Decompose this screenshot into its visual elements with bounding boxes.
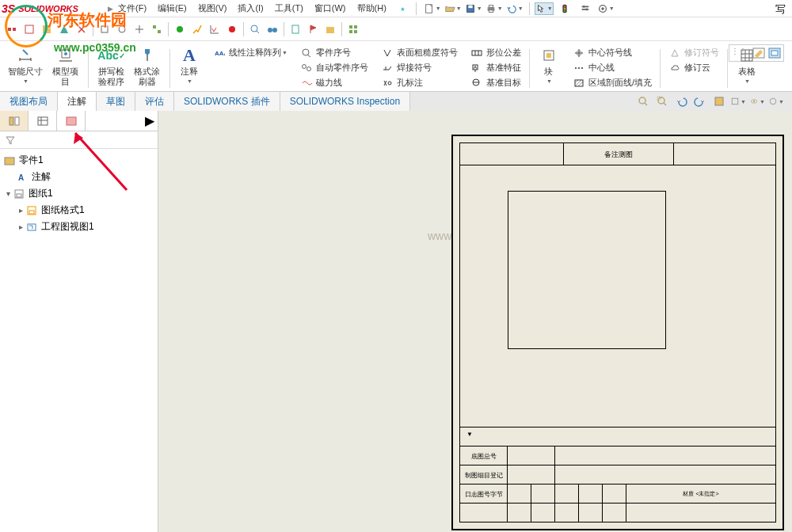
color-icon[interactable]: ▼ bbox=[768, 94, 784, 108]
feature-tree: 零件1 A 注解 ▾ 图纸1 ▸ 图纸格式1 ▸ 工程图视图1 bbox=[0, 149, 158, 238]
red-dot-icon[interactable] bbox=[224, 21, 240, 37]
revision-cloud-button[interactable]: 修订云 bbox=[665, 61, 722, 74]
menu-insert[interactable]: 插入(I) bbox=[238, 2, 263, 14]
drawing-sheet[interactable]: 备注测图 ▼ 底图总号 制图细目登记 日志图 bbox=[451, 135, 784, 530]
hole-callout-button[interactable]: 孔标注 bbox=[378, 76, 461, 89]
redo-view-icon[interactable] bbox=[692, 94, 708, 108]
svg-point-42 bbox=[388, 82, 391, 85]
undo-icon[interactable]: ▼ bbox=[505, 2, 524, 15]
menu-items: 文件(F) 编辑(E) 视图(V) 插入(I) 工具(T) 窗口(W) 帮助(H… bbox=[113, 2, 386, 14]
save-icon[interactable]: ▼ bbox=[464, 2, 483, 15]
tb-icon-9[interactable] bbox=[149, 21, 165, 37]
tb-icon-2[interactable] bbox=[21, 21, 37, 37]
display-style-icon[interactable]: ▼ bbox=[730, 94, 746, 108]
svg-rect-70 bbox=[28, 224, 36, 230]
prev-view-icon[interactable] bbox=[673, 94, 689, 108]
tab-sw-inspection[interactable]: SOLIDWORKS Inspection bbox=[280, 92, 410, 111]
options-icon[interactable]: ▼ bbox=[596, 2, 615, 15]
edit-border-icon[interactable] bbox=[767, 47, 782, 59]
new-icon[interactable]: ▼ bbox=[423, 2, 442, 15]
tab-sw-addins[interactable]: SOLIDWORKS 插件 bbox=[174, 92, 280, 111]
star-icon[interactable]: ⋆ bbox=[393, 2, 413, 15]
tree-annotations[interactable]: A 注解 bbox=[3, 169, 154, 185]
select-icon[interactable]: ▼ bbox=[535, 2, 554, 15]
menu-view[interactable]: 视图(V) bbox=[198, 2, 227, 14]
tab-evaluate[interactable]: 评估 bbox=[135, 92, 174, 111]
svg-rect-55 bbox=[715, 97, 723, 105]
menu-help[interactable]: 帮助(H) bbox=[357, 2, 386, 14]
datum-target-button[interactable]: 基准目标 bbox=[467, 76, 524, 89]
traffic-icon[interactable] bbox=[555, 2, 574, 15]
settings-icon[interactable] bbox=[576, 2, 595, 15]
svg-text:A: A bbox=[474, 65, 477, 70]
search-char[interactable]: 写 bbox=[775, 2, 786, 17]
tree-sheet[interactable]: ▾ 图纸1 bbox=[3, 185, 154, 202]
svg-rect-64 bbox=[5, 158, 14, 165]
menu-window[interactable]: 窗口(W) bbox=[314, 2, 346, 14]
centerline-button[interactable]: 中心线 bbox=[569, 61, 655, 74]
svg-rect-56 bbox=[732, 98, 738, 104]
tb-grid-icon[interactable] bbox=[345, 21, 361, 37]
panel-tab-2[interactable] bbox=[29, 111, 57, 131]
panel-tab-1[interactable] bbox=[0, 111, 29, 131]
green-dot-icon[interactable] bbox=[172, 21, 188, 37]
tb-binoculars-icon[interactable] bbox=[265, 21, 280, 37]
svg-rect-60 bbox=[10, 117, 13, 125]
menu-edit[interactable]: 编辑(E) bbox=[158, 2, 187, 14]
svg-rect-35 bbox=[771, 51, 778, 55]
auto-balloon-button[interactable]: 自动零件序号 bbox=[297, 61, 371, 74]
area-hatch-button[interactable]: 区域剖面线/填充 bbox=[569, 76, 655, 89]
filter-bar[interactable] bbox=[0, 131, 158, 149]
model-items-button[interactable]: 模型项 目 bbox=[48, 46, 83, 87]
tree-root[interactable]: 零件1 bbox=[3, 152, 154, 169]
svg-rect-28 bbox=[326, 27, 334, 33]
menu-tools[interactable]: 工具(T) bbox=[275, 2, 303, 14]
svg-rect-30 bbox=[354, 25, 357, 28]
balloon-button[interactable]: 零件序号 bbox=[297, 46, 371, 59]
tab-sketch[interactable]: 草图 bbox=[97, 92, 135, 111]
print-icon[interactable]: ▼ bbox=[485, 2, 504, 15]
tb-flag-icon[interactable] bbox=[305, 21, 321, 37]
surface-finish-button[interactable]: 表面粗糙度符号 bbox=[378, 46, 461, 59]
block-button[interactable]: 块 ▼ bbox=[535, 46, 563, 84]
linear-pattern-button[interactable]: AAA 线性注释阵列▼ bbox=[210, 46, 291, 59]
svg-point-7 bbox=[564, 6, 566, 8]
tb-measure-icon[interactable] bbox=[189, 21, 205, 37]
drawing-canvas[interactable]: www.gHome.NET 备注测图 ▼ 底图总号 制图细目登记 bbox=[158, 111, 792, 532]
tb-icon-8[interactable] bbox=[131, 21, 147, 37]
tree-sheet-format[interactable]: ▸ 图纸格式1 bbox=[3, 202, 154, 218]
tab-view-layout[interactable]: 视图布局 bbox=[0, 92, 58, 111]
zoom-fit-icon[interactable] bbox=[635, 94, 651, 108]
open-icon[interactable]: ▼ bbox=[444, 2, 463, 15]
panel-tab-3[interactable] bbox=[57, 111, 86, 131]
revision-symbol-button[interactable]: 修订符号 bbox=[665, 46, 722, 59]
svg-rect-43 bbox=[472, 51, 482, 55]
hide-show-icon[interactable]: ▼ bbox=[749, 94, 765, 108]
tb-folder-icon[interactable] bbox=[322, 21, 338, 37]
panel-expand-icon[interactable]: ▶ bbox=[142, 111, 158, 131]
tb-axis-icon[interactable] bbox=[207, 21, 223, 37]
note-button[interactable]: A 注释 ▼ bbox=[175, 46, 204, 84]
center-mark-button[interactable]: 中心符号线 bbox=[569, 46, 655, 59]
weld-symbol-button[interactable]: 焊接符号 bbox=[378, 61, 461, 74]
title-block: ▼ 底图总号 制图细目登记 日志图号字节 bbox=[460, 427, 775, 522]
section-view-icon[interactable] bbox=[711, 94, 727, 108]
svg-point-15 bbox=[601, 7, 604, 10]
tables-button[interactable]: 表格 ▼ bbox=[733, 46, 761, 84]
smart-dimension-button[interactable]: 智能尺寸 ▼ bbox=[3, 46, 48, 87]
tree-drawing-view[interactable]: ▸ 工程图视图1 bbox=[3, 218, 154, 235]
drawing-view-box[interactable] bbox=[508, 191, 666, 349]
tb-lens-icon[interactable] bbox=[247, 21, 263, 37]
geom-tol-button[interactable]: 形位公差 bbox=[467, 46, 524, 59]
datum-feature-button[interactable]: A基准特征 bbox=[467, 61, 524, 74]
tb-page-icon[interactable] bbox=[287, 21, 303, 37]
svg-rect-16 bbox=[8, 28, 11, 31]
spell-check-button[interactable]: Abc✓ 拼写检 验程序 bbox=[93, 46, 129, 87]
format-painter-button[interactable]: 格式涂 刷器 bbox=[129, 46, 165, 87]
zoom-area-icon[interactable] bbox=[654, 94, 670, 108]
tb-icon-1[interactable] bbox=[4, 21, 20, 37]
magnetic-line-button[interactable]: 磁力线 bbox=[297, 76, 371, 89]
tab-annotation[interactable]: 注解 bbox=[58, 92, 97, 111]
svg-point-41 bbox=[307, 66, 310, 70]
svg-point-24 bbox=[251, 25, 257, 32]
